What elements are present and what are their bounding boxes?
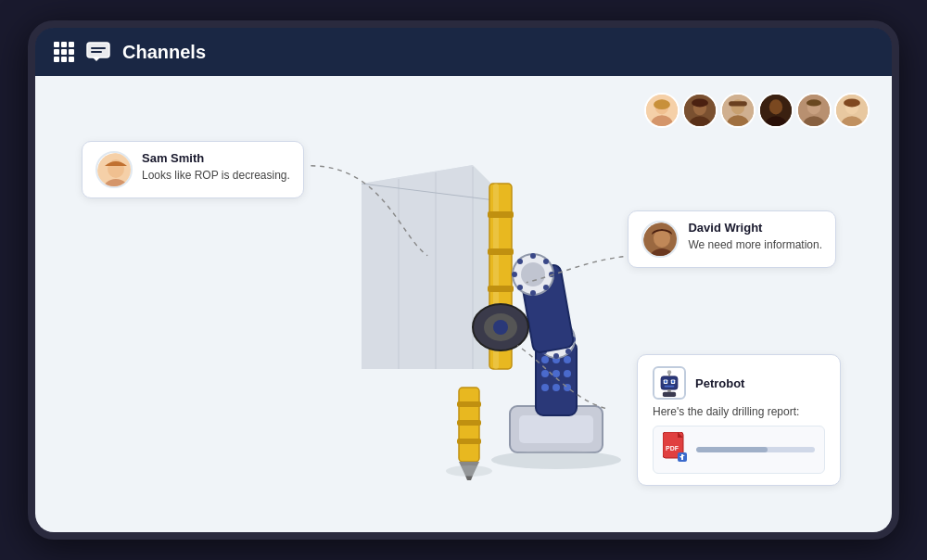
svg-point-59 [541,384,549,391]
svg-point-61 [564,384,571,391]
sam-smith-name: Sam Smith [142,151,290,165]
robot-illustration [287,128,640,480]
avatar-4[interactable] [758,93,794,128]
svg-rect-0 [87,43,109,57]
avatar-5[interactable] [796,93,832,128]
svg-rect-44 [488,211,514,218]
svg-point-23 [806,99,821,106]
svg-point-8 [654,99,670,109]
svg-rect-37 [457,420,481,426]
svg-point-53 [541,356,549,363]
svg-point-102 [672,380,675,383]
svg-point-89 [543,285,549,290]
svg-rect-45 [488,248,514,255]
svg-point-66 [553,353,559,359]
david-wright-message: We need more information. [688,237,822,253]
bot-icon [653,366,686,400]
svg-point-82 [530,253,536,259]
sam-smith-message: Looks like ROP is decreasing. [142,168,290,184]
svg-point-81 [521,262,545,286]
grid-icon[interactable] [54,42,74,62]
svg-point-60 [552,384,560,391]
svg-rect-103 [665,386,675,388]
chat-icon [85,39,111,65]
svg-rect-106 [667,389,671,392]
avatar-3[interactable] [720,93,756,128]
sam-smith-avatar [95,151,133,188]
svg-point-90 [491,451,621,469]
svg-point-72 [565,349,571,354]
svg-point-18 [769,99,782,114]
svg-point-58 [564,370,571,377]
svg-rect-114 [681,454,683,460]
david-wright-bubble: David Wright We need more information. [628,210,836,268]
svg-rect-16 [729,101,747,106]
svg-point-105 [667,370,671,374]
svg-text:PDF: PDF [666,445,679,452]
svg-point-56 [541,370,549,377]
title-bar: Channels [35,28,892,76]
svg-point-57 [552,370,560,377]
petrobot-message: Here's the daily drilling report: [653,405,825,418]
svg-point-12 [692,98,708,107]
svg-point-55 [564,356,571,363]
file-attachment[interactable]: PDF [653,426,825,474]
svg-marker-4 [93,57,100,61]
svg-point-83 [530,290,536,296]
svg-rect-46 [488,286,514,292]
svg-point-78 [493,320,508,335]
file-progress-bar [696,447,815,452]
svg-rect-38 [457,439,481,444]
petrobot-name: Petrobot [695,376,744,390]
petrobot-header: Petrobot [653,366,825,400]
svg-point-101 [665,380,667,383]
svg-point-87 [543,259,549,264]
svg-point-86 [517,259,523,264]
david-wright-content: David Wright We need more information. [688,221,822,253]
page-title: Channels [122,42,206,63]
svg-point-91 [446,465,492,477]
petrobot-bubble: Petrobot Here's the daily drilling repor… [637,354,841,486]
svg-rect-36 [457,401,481,407]
svg-point-85 [549,272,554,277]
avatar-2[interactable] [682,93,717,128]
avatar-6[interactable] [834,93,870,128]
main-content: Sam Smith Looks like ROP is decreasing. … [35,76,892,532]
sam-smith-bubble: Sam Smith Looks like ROP is decreasing. [82,141,304,198]
svg-point-88 [517,285,523,290]
team-avatars [644,93,870,128]
svg-point-84 [512,272,517,277]
device-frame: Channels [28,20,899,540]
pdf-icon: PDF [663,432,689,467]
svg-rect-107 [663,392,676,397]
svg-rect-98 [661,376,678,389]
david-wright-avatar [641,221,679,258]
svg-point-27 [844,98,860,107]
avatar-1[interactable] [644,93,679,128]
david-wright-name: David Wright [688,221,822,235]
sam-smith-content: Sam Smith Looks like ROP is decreasing. [142,151,290,184]
svg-rect-50 [519,415,593,443]
